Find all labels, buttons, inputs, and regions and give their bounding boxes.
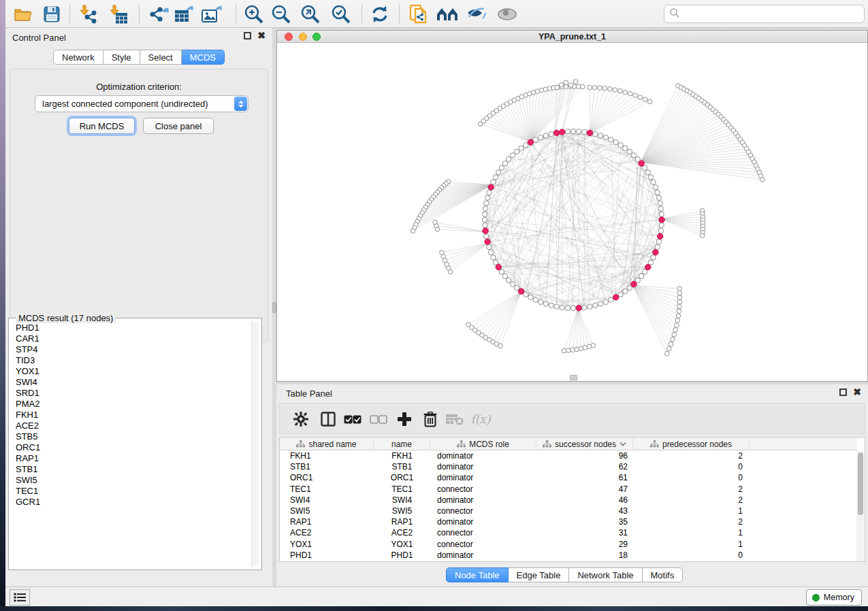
tab-style[interactable]: Style — [103, 50, 140, 65]
delete-trash-icon[interactable] — [420, 409, 440, 429]
zoom-selected-icon[interactable] — [330, 3, 352, 25]
create-column-plus-icon[interactable] — [394, 409, 415, 429]
close-panel-icon[interactable]: ✖ — [853, 389, 861, 396]
table-row[interactable]: PHD1PHD1dominator180 — [280, 550, 857, 561]
close-panel-button[interactable]: Close panel — [143, 118, 214, 134]
float-panel-icon[interactable] — [244, 32, 251, 39]
mcds-result-item[interactable]: GCR1 — [16, 497, 248, 508]
float-panel-icon[interactable] — [839, 389, 847, 396]
table-cell[interactable]: connector — [437, 527, 532, 538]
export-network-icon[interactable] — [148, 3, 170, 25]
table-cell[interactable]: connector — [437, 484, 532, 495]
mcds-result-item[interactable]: SWI5 — [16, 475, 248, 486]
mcds-result-item[interactable]: SWI4 — [16, 377, 248, 388]
table-cell[interactable]: RAP1 — [374, 516, 430, 527]
table-cell[interactable]: 1 — [633, 506, 743, 516]
table-cell[interactable]: connector — [437, 539, 532, 550]
network-window-titlebar[interactable]: YPA_prune.txt_1 — [277, 31, 867, 43]
tab-node-table[interactable]: Node Table — [446, 567, 509, 582]
save-session-icon[interactable] — [41, 3, 63, 25]
show-all-icon[interactable] — [496, 3, 518, 25]
table-cell[interactable]: dominator — [437, 495, 532, 506]
mcds-result-item[interactable]: PHD1 — [16, 323, 248, 333]
table-cell[interactable]: 18 — [536, 550, 628, 561]
mcds-result-item[interactable]: CAR1 — [16, 333, 248, 344]
table-cell[interactable]: STB1 — [374, 461, 430, 472]
export-image-icon[interactable] — [201, 3, 223, 25]
table-row[interactable]: SWI4SWI4dominator462 — [280, 495, 857, 506]
tab-network-table[interactable]: Network Table — [569, 567, 642, 582]
table-cell[interactable]: dominator — [437, 450, 532, 461]
table-row[interactable]: TEC1TEC1connector472 — [280, 484, 857, 495]
table-cell[interactable]: dominator — [437, 461, 532, 472]
tab-edge-table[interactable]: Edge Table — [509, 567, 570, 582]
task-history-button[interactable] — [10, 589, 30, 606]
table-cell[interactable]: SWI4 — [290, 495, 372, 506]
table-cell[interactable]: ACE2 — [290, 527, 372, 538]
search-box[interactable] — [664, 5, 865, 23]
mcds-result-item[interactable]: RAP1 — [16, 453, 248, 464]
table-cell[interactable]: 2 — [633, 484, 743, 495]
table-cell[interactable]: 0 — [633, 461, 743, 472]
mcds-result-item[interactable]: ORC1 — [16, 442, 248, 453]
table-row[interactable]: YOX1YOX1connector291 — [280, 539, 857, 550]
column-header-shared-name[interactable]: shared name — [280, 437, 374, 450]
mcds-result-item[interactable]: STP4 — [16, 344, 248, 355]
table-cell[interactable]: dominator — [437, 516, 532, 527]
table-cell[interactable]: 43 — [536, 506, 628, 516]
table-cell[interactable]: 2 — [633, 450, 743, 461]
close-panel-icon[interactable]: ✖ — [257, 32, 266, 39]
table-scrollbar[interactable] — [856, 451, 864, 561]
mcds-result-item[interactable]: TID3 — [16, 355, 248, 366]
table-cell[interactable]: 47 — [536, 484, 628, 495]
table-cell[interactable]: 2 — [633, 516, 743, 527]
table-cell[interactable]: STB1 — [290, 461, 372, 472]
table-cell[interactable]: 35 — [536, 516, 628, 527]
table-row[interactable]: STB1STB1dominator620 — [280, 461, 857, 472]
table-cell[interactable]: 2 — [633, 495, 743, 506]
table-cell[interactable]: PHD1 — [290, 550, 372, 561]
table-cell[interactable]: dominator — [437, 472, 532, 483]
export-table-icon[interactable] — [173, 3, 195, 25]
canvas-splitter-handle-icon[interactable] — [570, 375, 577, 380]
table-cell[interactable]: YOX1 — [290, 539, 372, 550]
first-neighbors-icon[interactable] — [436, 3, 458, 25]
table-cell[interactable]: FKH1 — [290, 450, 372, 461]
tab-network[interactable]: Network — [53, 50, 103, 65]
table-row[interactable]: RAP1RAP1dominator352 — [280, 516, 857, 527]
tab-motifs[interactable]: Motifs — [643, 567, 684, 582]
table-cell[interactable]: FKH1 — [374, 450, 430, 461]
import-table-icon[interactable] — [108, 3, 129, 25]
table-cell[interactable]: connector — [437, 506, 532, 516]
table-settings-gear-icon[interactable] — [291, 409, 311, 429]
table-cell[interactable]: SWI5 — [374, 506, 430, 516]
column-header-MCDS-role[interactable]: MCDS role — [430, 437, 536, 450]
table-cell[interactable]: 29 — [536, 539, 628, 550]
fit-content-icon[interactable] — [300, 3, 321, 25]
select-all-checkboxes-icon[interactable] — [342, 409, 363, 429]
mcds-result-item[interactable]: ACE2 — [16, 420, 248, 431]
table-cell[interactable]: ORC1 — [374, 472, 430, 483]
table-cell[interactable]: ORC1 — [290, 472, 372, 483]
deselect-all-checkboxes-icon[interactable] — [368, 409, 389, 429]
zoom-in-icon[interactable] — [243, 3, 265, 25]
tab-select[interactable]: Select — [140, 50, 182, 65]
table-cell[interactable]: 96 — [536, 450, 628, 461]
open-file-icon[interactable] — [12, 3, 34, 25]
network-canvas[interactable] — [277, 43, 867, 381]
refresh-view-icon[interactable] — [369, 3, 391, 25]
table-cell[interactable]: PHD1 — [374, 550, 430, 561]
table-cell[interactable]: 0 — [633, 472, 743, 483]
table-row[interactable]: ACE2ACE2connector311 — [280, 527, 857, 538]
mcds-result-item[interactable]: PMA2 — [16, 399, 248, 410]
table-cell[interactable]: SWI5 — [290, 506, 372, 516]
table-scrollbar-thumb[interactable] — [858, 452, 863, 515]
mcds-result-item[interactable]: YOX1 — [16, 366, 248, 377]
show-columns-icon[interactable] — [318, 409, 338, 429]
table-cell[interactable]: 0 — [633, 550, 743, 561]
table-row[interactable]: ORC1ORC1dominator610 — [280, 472, 857, 483]
search-input[interactable] — [680, 9, 864, 19]
run-mcds-button[interactable]: Run MCDS — [69, 118, 135, 134]
mcds-result-item[interactable]: SRD1 — [16, 388, 248, 399]
table-cell[interactable]: 1 — [633, 527, 743, 538]
